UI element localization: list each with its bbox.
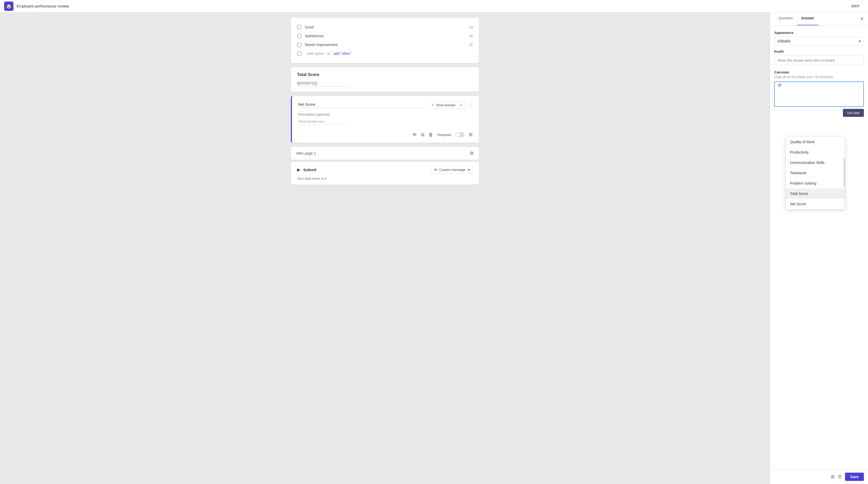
dropdown-item-quality[interactable]: Quality of Work bbox=[786, 137, 845, 147]
option-label-needs-improvement: Needs Improvement bbox=[305, 42, 466, 47]
dropdown-item-teamwork[interactable]: Teamwork bbox=[786, 168, 845, 178]
or-label: or bbox=[326, 52, 332, 56]
add-option-label[interactable]: Add option bbox=[307, 52, 324, 56]
total-score-text: Your total score is 0 bbox=[297, 177, 473, 180]
at-symbol: @ bbox=[775, 82, 863, 87]
app-logo: 🏠 bbox=[4, 2, 13, 11]
dropdown-item-total-score[interactable]: Total Score bbox=[786, 189, 845, 199]
panel-bottom: ⊞ ☰ Save bbox=[770, 469, 868, 484]
after-page-settings-icon[interactable]: ⚙ bbox=[470, 150, 474, 156]
option-score-satisfactory: +2 bbox=[469, 34, 473, 38]
delete-icon[interactable]: 🗑 bbox=[429, 132, 433, 138]
appearance-select[interactable]: Editable Read-only Hidden bbox=[774, 37, 864, 46]
question-title-input[interactable] bbox=[298, 102, 426, 108]
add-option-row: Add option or add "other" bbox=[297, 49, 473, 58]
radio-needs-improvement[interactable] bbox=[297, 42, 302, 47]
dropdown-item-problem-solving[interactable]: Problem Solving bbox=[786, 178, 845, 189]
dropdown-item-communication[interactable]: Communication Skills bbox=[786, 158, 845, 168]
appearance-select-wrapper: Editable Read-only Hidden bbox=[774, 37, 864, 46]
calculate-hint: (Type @ for form fields and = for functi… bbox=[774, 75, 864, 79]
layout-icon[interactable]: ⊞ bbox=[831, 474, 835, 480]
submit-title: Submit bbox=[303, 168, 428, 172]
dropdown-menu: Quality of Work Productivity Communicati… bbox=[785, 137, 845, 209]
option-label-good: Good bbox=[305, 25, 466, 29]
submit-play-icon: ▶ bbox=[297, 167, 300, 172]
radio-satisfactory[interactable] bbox=[297, 34, 302, 38]
calculate-title: Calculate bbox=[774, 70, 864, 74]
edit-label[interactable]: EDIT bbox=[851, 4, 860, 8]
calculate-textarea[interactable] bbox=[775, 87, 863, 105]
option-row-needs-improvement: Needs Improvement +1 bbox=[297, 40, 473, 49]
option-row-satisfactory: Satisfactory +2 bbox=[297, 32, 473, 40]
question-type-select[interactable]: ≡ Short answer ▾ bbox=[429, 101, 465, 109]
preview-icon[interactable]: 👁 bbox=[412, 132, 417, 138]
mail-icon: ✉ bbox=[434, 168, 437, 172]
radio-add bbox=[297, 51, 302, 56]
description-input[interactable] bbox=[298, 112, 473, 116]
required-toggle[interactable] bbox=[455, 132, 464, 137]
tab-question[interactable]: Question bbox=[774, 12, 797, 25]
prefill-label: Prefill bbox=[774, 50, 864, 54]
total-score-title: Total Score bbox=[297, 73, 473, 77]
submit-header: ▶ Submit ✉ Custom message ▾ bbox=[297, 166, 473, 173]
panel-content: Appearance Editable Read-only Hidden Pre… bbox=[770, 26, 868, 469]
after-page-bar: After page 1 ⚙ bbox=[291, 147, 479, 160]
chevron-down-icon: ▾ bbox=[460, 103, 462, 107]
page-title: Employee performance review bbox=[17, 4, 851, 8]
list-icon[interactable]: ☰ bbox=[838, 474, 842, 480]
net-score-card: ≡ Short answer ▾ ⋮ Short answer text 👁 ⧉… bbox=[291, 96, 479, 143]
right-panel: Question Answer ✕ Appearance Editable Re… bbox=[770, 12, 868, 484]
required-label: Required bbox=[437, 133, 451, 137]
home-icon: 🏠 bbox=[6, 3, 11, 9]
scrollbar-thumb bbox=[844, 159, 845, 188]
save-button[interactable]: Save bbox=[845, 473, 864, 481]
total-score-value: ${POINTS()} bbox=[297, 81, 349, 87]
dropdown-item-net-score[interactable]: Net Score bbox=[786, 199, 845, 209]
short-answer-icon: ≡ bbox=[432, 103, 434, 107]
main-area: Good +3 Satisfactory +2 Needs Improvemen… bbox=[0, 12, 770, 484]
radio-good[interactable] bbox=[297, 25, 302, 29]
option-score-needs-improvement: +1 bbox=[469, 43, 473, 47]
copy-icon[interactable]: ⧉ bbox=[421, 132, 425, 138]
form-container: Good +3 Satisfactory +2 Needs Improvemen… bbox=[287, 18, 483, 184]
question-header: ≡ Short answer ▾ ⋮ bbox=[298, 101, 473, 109]
custom-message-select[interactable]: ✉ Custom message ▾ bbox=[431, 166, 473, 173]
chevron-down-icon-submit: ▾ bbox=[468, 168, 470, 172]
panel-tabs: Question Answer ✕ bbox=[770, 12, 868, 26]
option-score-good: +3 bbox=[469, 25, 473, 29]
dropdown-scrollbar[interactable] bbox=[844, 137, 845, 209]
option-label-satisfactory: Satisfactory bbox=[305, 34, 466, 38]
options-card: Good +3 Satisfactory +2 Needs Improvemen… bbox=[291, 18, 479, 63]
total-score-card: Total Score ${POINTS()} bbox=[291, 67, 479, 92]
dropdown-item-productivity[interactable]: Productivity bbox=[786, 147, 845, 158]
appearance-label: Appearance bbox=[774, 31, 864, 35]
short-answer-text: Short answer text bbox=[298, 119, 350, 124]
top-bar: 🏠 Employee performance review EDIT bbox=[0, 0, 868, 12]
custom-message-label: Custom message bbox=[439, 168, 465, 172]
tab-answer[interactable]: Answer bbox=[797, 12, 818, 25]
add-other-link[interactable]: add "other" bbox=[334, 52, 351, 56]
prefill-input[interactable] bbox=[774, 56, 864, 65]
get-help-button[interactable]: Get help bbox=[843, 109, 864, 117]
after-page-label: After page 1 bbox=[296, 151, 316, 155]
more-options-icon[interactable]: ⋮ bbox=[468, 102, 473, 108]
calculate-textarea-wrapper: @ bbox=[774, 81, 864, 107]
card-footer: 👁 ⧉ 🗑 Required ⚙ bbox=[298, 129, 473, 138]
submit-card: ▶ Submit ✉ Custom message ▾ Your total s… bbox=[291, 162, 479, 184]
option-row-good: Good +3 bbox=[297, 23, 473, 32]
close-button[interactable]: ✕ bbox=[860, 12, 864, 25]
settings-icon[interactable]: ⚙ bbox=[469, 132, 473, 138]
question-type-label: Short answer bbox=[436, 103, 456, 107]
